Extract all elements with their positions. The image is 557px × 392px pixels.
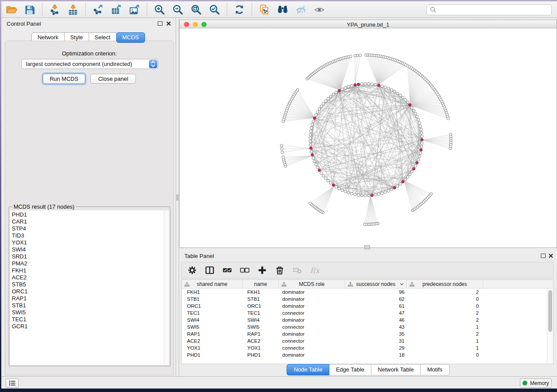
list-item[interactable]: STP4 [10,225,169,232]
list-item[interactable]: CAR1 [10,218,169,225]
table-scrollbar-thumb[interactable] [548,290,552,332]
eye-icon[interactable] [313,3,326,16]
table-row[interactable]: STB1STB1dominator620 [182,296,547,303]
memory-status-dot [522,381,527,385]
toolbar-separator [147,3,147,16]
table-row[interactable]: YOX1YOX1connector291 [182,344,547,351]
list-item[interactable]: RAP1 [10,295,169,302]
zoom-selected-icon[interactable] [208,3,221,16]
list-item[interactable]: YOX1 [10,239,169,246]
splitter-grip-h[interactable] [364,245,370,249]
column-label: MCDS role [299,281,325,287]
cell-successor-nodes: 35 [345,330,407,337]
column-header-shared-name[interactable]: shared name [182,280,243,288]
cell-MCDS-role: dominator [279,289,345,296]
zoom-out-icon[interactable] [171,3,184,16]
table-row[interactable]: FKH1FKH1dominator962 [182,289,547,296]
cell-successor-nodes: 61 [345,303,407,309]
table-row[interactable]: PHD1PHD1dominator180 [182,351,547,358]
select-all-icon[interactable] [222,265,232,275]
toolbar-separator [85,3,86,16]
gear-icon[interactable] [187,265,197,275]
list-item[interactable]: STB1 [10,302,169,309]
run-mcds-button[interactable]: Run MCDS [43,74,85,84]
mcds-result-list[interactable]: PHD1CAR1STP4TID3YOX1SWI4SRD1PMA2FKH1ACE2… [10,210,169,365]
hide-eye-icon[interactable] [294,3,308,16]
import-table-icon[interactable] [66,3,80,16]
network-canvas[interactable] [179,28,557,248]
cell-name: STB1 [243,296,279,303]
optimization-dropdown[interactable]: largest connected component (undirected) [21,59,158,69]
column-header-name[interactable]: name [243,280,279,288]
add-icon[interactable] [257,265,267,275]
export-table-icon[interactable] [110,3,123,16]
list-item[interactable]: TID3 [10,232,169,239]
column-header-predecessor-nodes[interactable]: predecessor nodes [407,280,483,288]
cell-predecessor-nodes: 1 [407,323,483,330]
table-close-icon[interactable] [548,253,554,258]
cell-shared-name: ACE2 [182,337,243,344]
tab-node-table[interactable]: Node Table [287,364,329,375]
cell-shared-name: FKH1 [182,289,243,296]
list-item[interactable]: PMA2 [10,260,169,267]
show-panels-button[interactable] [6,378,19,388]
tab-motifs[interactable]: Motifs [421,364,450,375]
list-item[interactable]: SWI5 [10,309,169,316]
float-panel-icon[interactable] [158,21,163,26]
memory-button[interactable]: Memory [520,378,552,388]
splitter-grip[interactable] [176,195,178,200]
import-network-icon[interactable] [48,3,61,16]
mcds-result-scrollbar[interactable] [164,210,169,365]
control-panel: Control Panel NetworkStyleSelectMCDS Opt… [1,18,176,376]
vertical-splitter[interactable] [176,18,179,376]
table-row[interactable]: RAP1RAP1dominator352 [182,330,547,337]
table-row[interactable]: SWI4SWI4dominator462 [182,316,547,323]
cell-name: ACE2 [243,337,279,344]
table-row[interactable]: ACE2ACE2connector311 [182,337,547,344]
close-panel-icon[interactable] [166,21,171,26]
table-float-icon[interactable] [541,254,546,258]
table-row[interactable]: ORC1ORC1dominator610 [182,303,547,309]
tab-edge-table[interactable]: Edge Table [329,364,371,375]
copy-share-icon[interactable] [258,3,271,16]
tab-mcds[interactable]: MCDS [116,32,145,43]
cell-predecessor-nodes: 0 [407,303,483,309]
column-header-MCDS-role[interactable]: MCDS role [279,280,345,288]
open-folder-icon[interactable] [5,3,18,16]
columns-icon[interactable] [205,265,214,275]
cell-shared-name: TEC1 [182,309,243,316]
list-item[interactable]: SWI4 [10,246,169,253]
cell-successor-nodes: 47 [345,309,407,316]
export-image-icon[interactable] [128,3,141,16]
zoom-fit-icon[interactable] [190,3,203,16]
toolbar-icons [2,3,329,16]
binoculars-icon[interactable] [276,3,289,16]
column-label: predecessor nodes [422,281,467,287]
cell-MCDS-role: dominator [279,316,345,323]
cell-MCDS-role: dominator [279,296,345,303]
table-scrollbar[interactable] [547,289,553,364]
table-row[interactable]: TEC1TEC1connector472 [182,309,547,316]
delete-icon[interactable] [275,265,284,275]
list-item[interactable]: PHD1 [10,211,169,218]
zoom-in-icon[interactable] [153,3,166,16]
refresh-icon[interactable] [233,3,246,16]
list-item[interactable]: GCR1 [10,323,169,330]
list-item[interactable]: FKH1 [10,267,169,274]
search-input[interactable] [426,4,552,15]
tab-network-table[interactable]: Network Table [371,364,421,375]
deselect-all-icon[interactable] [240,265,249,275]
list-item[interactable]: SRD1 [10,253,169,260]
close-panel-button[interactable]: Close panel [90,74,136,84]
table-row[interactable]: SWI5SWI5connector431 [182,323,547,330]
list-item[interactable]: ORC1 [10,288,169,295]
list-item[interactable]: ACE2 [10,274,169,281]
table-panel-title: Table Panel [184,253,214,259]
cell-predecessor-nodes: 2 [407,330,483,337]
network-view-panel: YPA_prune.txt_1 [179,19,557,248]
save-icon[interactable] [23,3,36,16]
list-item[interactable]: STB5 [10,281,169,288]
export-network-icon[interactable] [91,3,104,16]
list-item[interactable]: TEC1 [10,316,169,323]
column-header-successor-nodes[interactable]: successor nodes [345,280,407,288]
